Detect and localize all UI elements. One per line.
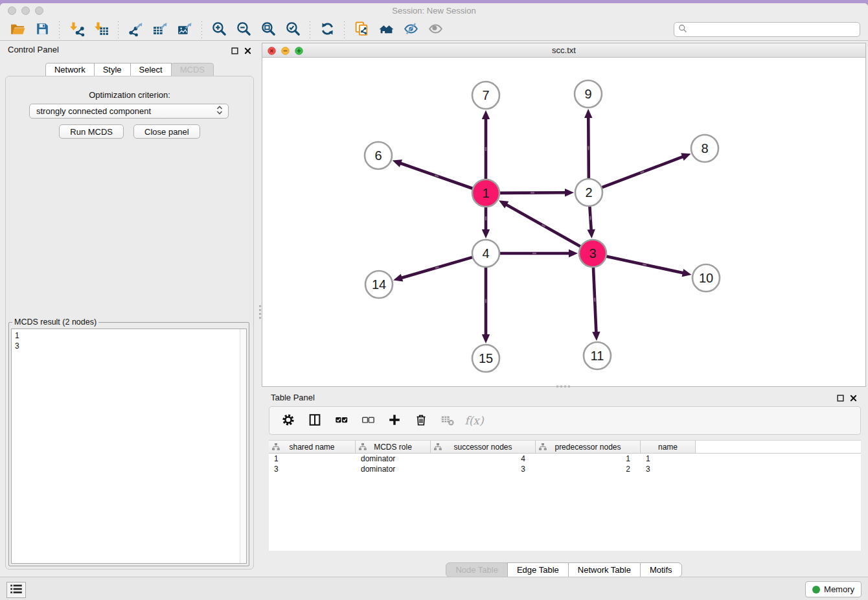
graph-node-4[interactable]: 4 xyxy=(472,240,499,267)
tab-style[interactable]: Style xyxy=(94,63,131,76)
search-box[interactable] xyxy=(674,22,860,37)
gear-button[interactable] xyxy=(280,412,297,429)
column-header-successor-nodes[interactable]: successor nodes xyxy=(431,441,536,453)
graph-edge-4-3[interactable] xyxy=(500,249,578,257)
vertical-splitter-handle[interactable] xyxy=(258,303,262,321)
run-mcds-button[interactable]: Run MCDS xyxy=(59,124,124,139)
mcds-result-fieldset: MCDS result (2 nodes) 1 3 xyxy=(8,317,249,566)
home-button[interactable] xyxy=(374,20,398,40)
svg-text:7: 7 xyxy=(482,88,489,102)
zoom-selected-button[interactable] xyxy=(280,20,305,40)
column-header-predecessor-nodes[interactable]: predecessor nodes xyxy=(536,441,641,453)
column-header-mcds-role[interactable]: MCDS role xyxy=(356,441,431,453)
network-canvas[interactable]: 7968124314101511 xyxy=(262,58,865,386)
add-column-button[interactable] xyxy=(386,412,403,429)
graph-node-3[interactable]: 3 xyxy=(579,240,606,267)
column-label: shared name xyxy=(289,443,334,452)
vizmap-button[interactable] xyxy=(398,20,423,40)
export-table-button[interactable] xyxy=(148,20,172,40)
table-cell[interactable]: 3 xyxy=(431,464,536,474)
graph-edge-2-3[interactable] xyxy=(587,207,595,238)
export-network-button[interactable] xyxy=(123,20,148,40)
graph-node-15[interactable]: 15 xyxy=(472,345,499,372)
table-cell[interactable]: 4 xyxy=(431,454,536,464)
save-button[interactable] xyxy=(30,20,54,40)
table-cell[interactable]: dominator xyxy=(356,454,431,464)
deselect-all-button[interactable] xyxy=(360,412,376,429)
mcds-panel: Optimization criterion: strongly connect… xyxy=(5,76,254,570)
column-header-shared-name[interactable]: shared name xyxy=(269,441,356,453)
control-panel-tabs: NetworkStyleSelectMCDS xyxy=(0,63,259,76)
copy-network-icon xyxy=(354,21,370,39)
horizontal-splitter-handle[interactable] xyxy=(554,385,571,388)
table-cell[interactable]: 3 xyxy=(641,464,696,474)
graph-node-1[interactable]: 1 xyxy=(472,179,499,207)
delete-column-button[interactable] xyxy=(413,412,429,429)
graph-edge-4-15[interactable] xyxy=(482,268,490,343)
import-table-button[interactable] xyxy=(89,20,113,40)
tab-motifs[interactable]: Motifs xyxy=(640,562,682,577)
table-cell[interactable]: 3 xyxy=(269,464,356,474)
table-close-panel-icon[interactable] xyxy=(850,393,857,404)
table-cell[interactable]: dominator xyxy=(356,464,431,474)
zoom-in-button[interactable] xyxy=(207,20,231,40)
table-float-panel-icon[interactable] xyxy=(837,393,844,404)
tab-network[interactable]: Network xyxy=(45,63,95,76)
gear-icon xyxy=(281,413,295,429)
graph-edge-2-9[interactable] xyxy=(584,109,592,178)
memory-button[interactable]: Memory xyxy=(805,581,862,597)
table-cell[interactable]: 1 xyxy=(269,454,356,464)
graph-edge-1-4[interactable] xyxy=(482,207,490,238)
tab-node-table[interactable]: Node Table xyxy=(446,562,508,577)
table-row[interactable]: 3dominator323 xyxy=(269,464,861,474)
copy-network-button[interactable] xyxy=(349,20,374,40)
zoom-fit-button[interactable] xyxy=(256,20,280,40)
tab-select[interactable]: Select xyxy=(130,63,172,76)
close-panel-icon[interactable] xyxy=(244,45,251,57)
refresh-button[interactable] xyxy=(315,20,339,40)
table-cell[interactable]: 2 xyxy=(536,464,641,474)
graph-edge-1-6[interactable] xyxy=(393,159,473,188)
graph-node-11[interactable]: 11 xyxy=(584,342,611,369)
session-title: Session: New Session xyxy=(0,6,868,16)
graph-node-6[interactable]: 6 xyxy=(365,142,392,169)
open-folder-icon xyxy=(10,21,26,39)
graph-edge-3-11[interactable] xyxy=(592,268,600,341)
network-titlebar[interactable]: scc.txt xyxy=(262,43,865,58)
zoom-out-button[interactable] xyxy=(231,20,256,40)
column-header-name[interactable]: name xyxy=(641,441,696,453)
tab-edge-table[interactable]: Edge Table xyxy=(507,562,569,577)
select-all-button[interactable] xyxy=(333,412,350,429)
tab-network-table[interactable]: Network Table xyxy=(568,562,641,577)
graph-node-7[interactable]: 7 xyxy=(472,82,499,109)
column-panes-button[interactable] xyxy=(306,412,323,429)
task-history-button[interactable] xyxy=(6,582,26,598)
graph-node-8[interactable]: 8 xyxy=(691,135,718,162)
graph-edge-4-14[interactable] xyxy=(393,257,472,281)
table-cell[interactable]: 1 xyxy=(641,454,696,464)
graph-node-14[interactable]: 14 xyxy=(365,271,393,298)
graph-edge-1-7[interactable] xyxy=(482,110,490,179)
tab-mcds[interactable]: MCDS xyxy=(171,63,214,76)
float-panel-icon[interactable] xyxy=(231,45,238,57)
result-scrollbar[interactable] xyxy=(240,329,246,563)
graph-edge-3-10[interactable] xyxy=(606,257,691,277)
search-input[interactable] xyxy=(690,23,860,36)
export-image-button[interactable] xyxy=(172,20,197,40)
graph-edge-3-1[interactable] xyxy=(499,200,580,246)
criterion-dropdown[interactable]: strongly connected component xyxy=(29,104,229,119)
graph-edge-2-8[interactable] xyxy=(602,153,691,187)
import-network-button[interactable] xyxy=(64,20,89,40)
delete-column-icon xyxy=(414,413,428,429)
graph-node-9[interactable]: 9 xyxy=(575,80,602,108)
table-cell[interactable]: 1 xyxy=(536,454,641,464)
graph-edge-1-2[interactable] xyxy=(500,189,574,196)
open-folder-button[interactable] xyxy=(5,20,30,40)
mcds-result-area[interactable]: 1 3 xyxy=(11,329,247,564)
graph-node-2[interactable]: 2 xyxy=(575,179,602,206)
close-panel-button[interactable]: Close panel xyxy=(133,124,200,139)
control-panel-title: Control Panel xyxy=(8,45,59,54)
hide-button[interactable] xyxy=(423,20,448,40)
graph-node-10[interactable]: 10 xyxy=(692,264,720,292)
table-row[interactable]: 1dominator411 xyxy=(269,454,861,464)
